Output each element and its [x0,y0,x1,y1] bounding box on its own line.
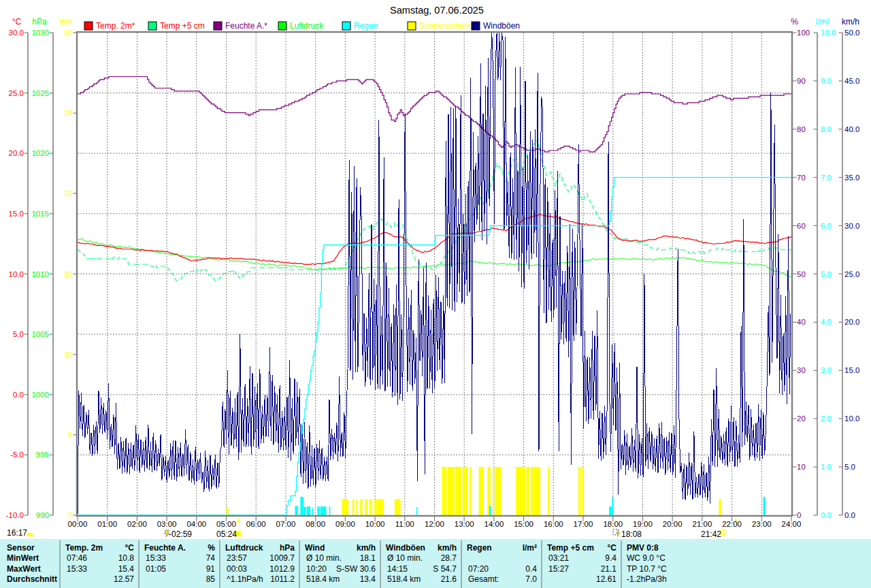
svg-text:04:00: 04:00 [186,520,206,528]
svg-text:°C: °C [125,543,135,553]
svg-text:85: 85 [206,574,216,584]
svg-text:11:00: 11:00 [395,520,414,528]
svg-text:1009.7: 1009.7 [269,553,295,563]
svg-text:25: 25 [64,109,73,117]
svg-text:Ø 10 min.: Ø 10 min. [387,553,423,563]
svg-text:°C: °C [12,17,22,27]
svg-text:5.0: 5.0 [821,270,832,278]
svg-text:Feuchte A.: Feuchte A. [144,543,186,553]
svg-text:1012.9: 1012.9 [269,564,295,574]
svg-text:07:46: 07:46 [67,553,87,563]
svg-text:10.0: 10.0 [844,414,859,423]
svg-text:Temp. 2m: Temp. 2m [65,543,103,553]
svg-text:PMV 0:8: PMV 0:8 [627,543,659,553]
svg-text:07:00: 07:00 [276,520,296,528]
svg-text:°C: °C [608,543,617,553]
svg-text:10.0: 10.0 [9,270,24,278]
svg-text:13.4: 13.4 [360,574,376,584]
svg-text:9.0: 9.0 [821,77,832,85]
svg-text:1015: 1015 [31,210,49,218]
svg-text:hPa: hPa [280,543,295,553]
svg-text:1030: 1030 [31,29,49,37]
svg-text:1000: 1000 [31,391,49,399]
svg-text:10: 10 [797,463,806,471]
svg-text:km/h: km/h [438,543,457,553]
svg-text:23:00: 23:00 [752,520,772,528]
svg-text:12.61: 12.61 [596,574,617,584]
svg-text:03:21: 03:21 [548,553,569,563]
svg-text:20: 20 [64,189,73,197]
svg-text:15:00: 15:00 [514,520,533,528]
svg-text:7.0: 7.0 [821,174,832,182]
svg-text:0.0: 0.0 [13,391,24,399]
svg-text:20:00: 20:00 [663,520,683,528]
svg-text:21.6: 21.6 [441,574,457,584]
svg-text:74: 74 [206,553,216,563]
svg-text:10:00: 10:00 [365,520,385,528]
svg-text:1011.2: 1011.2 [270,574,295,584]
svg-text:Regen: Regen [354,21,378,31]
svg-text:990: 990 [36,511,49,519]
svg-text:0: 0 [797,511,801,519]
svg-text:17:00: 17:00 [574,520,593,528]
svg-text:19:00: 19:00 [633,520,653,528]
svg-text:0.0: 0.0 [844,511,855,519]
svg-text:1025: 1025 [31,89,49,97]
svg-text:%: % [791,17,798,27]
svg-text:1010: 1010 [31,270,49,278]
svg-text:10: 10 [64,350,73,359]
svg-text:Temp +5 cm: Temp +5 cm [547,543,594,553]
svg-text:0.4: 0.4 [525,564,537,574]
svg-text:14:00: 14:00 [484,520,504,528]
svg-text:5.0: 5.0 [844,463,855,471]
svg-text:Wind: Wind [305,543,325,553]
svg-text:Sonnenschein: Sonnenschein [419,21,471,31]
svg-text:02:00: 02:00 [127,520,147,528]
svg-text:15:27: 15:27 [548,564,569,574]
svg-text:MaxWert: MaxWert [7,564,41,574]
svg-text:5: 5 [69,431,73,439]
svg-text:16:17: 16:17 [7,528,27,538]
svg-text:100: 100 [797,29,810,37]
svg-text:24:00: 24:00 [782,520,802,528]
svg-text:06:00: 06:00 [246,520,266,528]
svg-text:Temp. 2m*: Temp. 2m* [96,21,135,31]
svg-text:21.1: 21.1 [601,564,617,574]
svg-text:00:00: 00:00 [68,520,88,528]
svg-text:12:00: 12:00 [425,520,444,528]
svg-text:-5.0: -5.0 [10,451,24,459]
svg-text:0.0: 0.0 [821,511,832,519]
svg-text:09:00: 09:00 [335,520,355,528]
svg-text:-10.0: -10.0 [6,511,24,519]
svg-text:21:42: 21:42 [701,529,721,539]
svg-text:995: 995 [36,451,49,459]
svg-text:Durchschnitt: Durchschnitt [7,574,57,584]
svg-text:15.0: 15.0 [844,366,859,374]
svg-text:3.0: 3.0 [821,366,832,374]
svg-text:00:03: 00:03 [227,564,247,574]
svg-text:22:00: 22:00 [722,520,742,528]
svg-text:08:00: 08:00 [306,520,325,528]
svg-text:20: 20 [797,414,806,423]
svg-text:13:00: 13:00 [455,520,474,528]
svg-text:70: 70 [797,174,806,182]
svg-text:10.8: 10.8 [118,553,135,563]
svg-text:0: 0 [69,511,73,519]
svg-text:km/h: km/h [842,17,859,27]
svg-text:18:08: 18:08 [621,529,642,539]
svg-text:90: 90 [797,77,806,85]
svg-text:Samstag, 07.06.2025: Samstag, 07.06.2025 [390,5,484,16]
svg-text:9.4: 9.4 [605,553,617,563]
svg-text:-1.2hPa/3h: -1.2hPa/3h [627,574,667,584]
svg-text:15.4: 15.4 [118,564,135,574]
svg-text:30.0: 30.0 [844,222,859,230]
svg-text:WC 9.0 °C: WC 9.0 °C [627,553,665,563]
svg-text:28.7: 28.7 [441,553,457,563]
svg-text:1.0: 1.0 [821,463,832,471]
svg-text:l/m²: l/m² [523,543,537,553]
svg-text:10:20: 10:20 [306,564,327,574]
svg-text:20.0: 20.0 [844,318,859,326]
svg-text:16:00: 16:00 [544,520,563,528]
svg-text:Regen: Regen [467,543,492,553]
svg-text:518.4 km: 518.4 km [306,574,340,584]
